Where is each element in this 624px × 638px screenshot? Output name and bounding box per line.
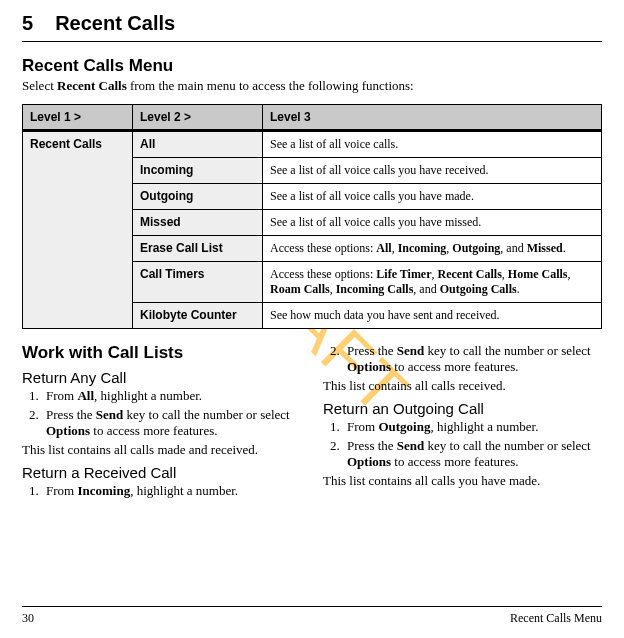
cell-lv3: See a list of all voice calls you have m… [263, 184, 602, 210]
th-level1: Level 1 > [23, 105, 133, 131]
page-number: 30 [22, 611, 34, 626]
steps-return-received-cont: Press the Send key to call the number or… [323, 343, 602, 375]
cell-lv3: Access these options: Life Timer, Recent… [263, 262, 602, 303]
steps-return-outgoing: From Outgoing, highlight a number. Press… [323, 419, 602, 470]
cell-lv2: Missed [133, 210, 263, 236]
footer-label: Recent Calls Menu [510, 611, 602, 626]
list-item: Press the Send key to call the number or… [343, 343, 602, 375]
left-column: Work with Call Lists Return Any Call Fro… [22, 343, 301, 502]
subheading-return-received: Return a Received Call [22, 464, 301, 481]
cell-lv3: See a list of all voice calls you have m… [263, 210, 602, 236]
list-item: From All, highlight a number. [42, 388, 301, 404]
list-item: From Incoming, highlight a number. [42, 483, 301, 499]
note-text: This list contains all calls you have ma… [323, 473, 602, 489]
cell-lv2: Incoming [133, 158, 263, 184]
cell-lv3: See how much data you have sent and rece… [263, 303, 602, 329]
steps-return-received: From Incoming, highlight a number. [22, 483, 301, 499]
th-level3: Level 3 [263, 105, 602, 131]
subheading-return-outgoing: Return an Outgoing Call [323, 400, 602, 417]
cell-level1: Recent Calls [23, 131, 133, 329]
steps-return-any: From All, highlight a number. Press the … [22, 388, 301, 439]
cell-lv3: See a list of all voice calls you have r… [263, 158, 602, 184]
page-footer: 30 Recent Calls Menu [22, 606, 602, 626]
right-column: Press the Send key to call the number or… [323, 343, 602, 502]
intro-text: Select Recent Calls from the main menu t… [22, 78, 602, 94]
th-level2: Level 2 > [133, 105, 263, 131]
subheading-return-any: Return Any Call [22, 369, 301, 386]
section-heading-work: Work with Call Lists [22, 343, 301, 363]
intro-post: from the main menu to access the followi… [127, 78, 414, 93]
chapter-title: Recent Calls [55, 12, 175, 35]
cell-lv2: Call Timers [133, 262, 263, 303]
cell-lv2: Erase Call List [133, 236, 263, 262]
chapter-number: 5 [22, 12, 33, 35]
note-text: This list contains all calls received. [323, 378, 602, 394]
list-item: From Outgoing, highlight a number. [343, 419, 602, 435]
levels-table: Level 1 > Level 2 > Level 3 Recent Calls… [22, 104, 602, 329]
intro-pre: Select [22, 78, 57, 93]
note-text: This list contains all calls made and re… [22, 442, 301, 458]
chapter-header: 5 Recent Calls [22, 12, 602, 35]
list-item: Press the Send key to call the number or… [343, 438, 602, 470]
divider [22, 41, 602, 42]
cell-lv2: All [133, 131, 263, 158]
cell-lv3: Access these options: All, Incoming, Out… [263, 236, 602, 262]
cell-lv2: Outgoing [133, 184, 263, 210]
list-item: Press the Send key to call the number or… [42, 407, 301, 439]
cell-lv3: See a list of all voice calls. [263, 131, 602, 158]
cell-lv2: Kilobyte Counter [133, 303, 263, 329]
section-heading-menu: Recent Calls Menu [22, 56, 602, 76]
intro-bold: Recent Calls [57, 78, 127, 93]
